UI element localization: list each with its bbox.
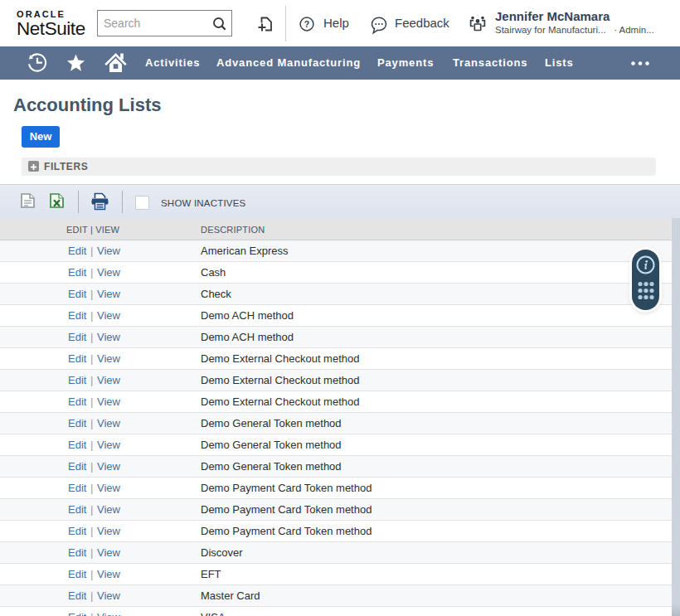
svg-text:?: ? — [304, 19, 309, 29]
